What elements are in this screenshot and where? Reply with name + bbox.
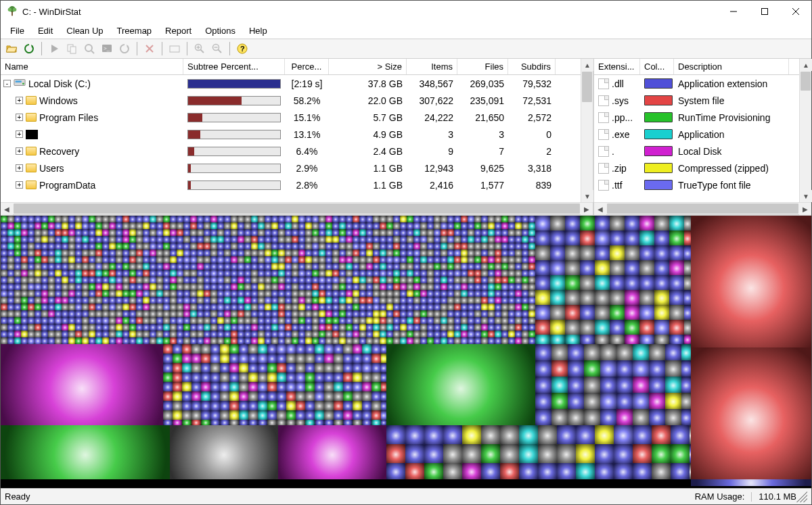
treemap-block[interactable] (454, 331, 461, 337)
treemap-block[interactable] (265, 324, 271, 331)
treemap-block[interactable] (461, 337, 468, 344)
treemap-block[interactable] (332, 256, 339, 263)
menu-treemap[interactable]: Treemap (110, 24, 159, 37)
treemap-block[interactable] (1, 297, 7, 304)
treemap-block[interactable] (251, 283, 258, 290)
treemap-block[interactable] (21, 249, 28, 256)
treemap-block[interactable] (204, 331, 210, 337)
treemap-block[interactable] (122, 310, 129, 317)
treemap-block[interactable] (150, 297, 156, 304)
treemap-block[interactable] (495, 283, 501, 290)
treemap-block[interactable] (89, 337, 95, 344)
treemap-block[interactable] (183, 270, 190, 276)
scroll-thumb[interactable] (14, 203, 580, 214)
treemap-block[interactable] (82, 270, 89, 276)
treemap-block[interactable] (565, 260, 580, 275)
treemap-block[interactable] (239, 382, 248, 391)
treemap-block[interactable] (353, 401, 362, 410)
treemap-block[interactable] (353, 354, 362, 363)
treemap-block[interactable] (258, 263, 265, 270)
treemap-block[interactable] (427, 337, 434, 344)
scroll-left-icon[interactable]: ◀ (594, 203, 606, 215)
treemap-block[interactable] (474, 229, 481, 236)
treemap-block[interactable] (238, 270, 244, 276)
treemap-block[interactable] (386, 344, 535, 425)
treemap-block[interactable] (116, 331, 122, 337)
treemap-block[interactable] (371, 354, 381, 363)
treemap-block[interactable] (481, 425, 500, 444)
treemap-block[interactable] (413, 283, 420, 290)
treemap-block[interactable] (129, 331, 136, 337)
treemap-block[interactable] (407, 263, 413, 270)
treemap-block[interactable] (441, 297, 447, 304)
treemap-block[interactable] (690, 425, 691, 444)
treemap-block[interactable] (55, 249, 62, 256)
treemap-block[interactable] (359, 243, 366, 249)
treemap-block[interactable] (373, 236, 380, 243)
tree-row[interactable]: + ProgramData 2.8% 1.1 GB 2,416 1,577 83… (1, 176, 581, 193)
treemap-block[interactable] (35, 243, 41, 249)
treemap-block[interactable] (413, 317, 420, 324)
treemap-block[interactable] (501, 229, 508, 236)
treemap-block[interactable] (353, 382, 362, 391)
treemap-block[interactable] (224, 249, 231, 256)
treemap-block[interactable] (312, 256, 319, 263)
treemap-block[interactable] (481, 229, 488, 236)
treemap-block[interactable] (420, 216, 427, 222)
treemap-block[interactable] (150, 216, 156, 222)
treemap-block[interactable] (190, 249, 197, 256)
treemap-block[interactable] (305, 372, 315, 382)
treemap-block[interactable] (454, 324, 461, 331)
treemap-block[interactable] (468, 222, 474, 229)
treemap-block[interactable] (501, 337, 508, 344)
treemap-block[interactable] (380, 229, 386, 236)
treemap-block[interactable] (488, 270, 495, 276)
treemap-block[interactable] (319, 290, 325, 297)
treemap-block[interactable] (495, 236, 501, 243)
treemap-block[interactable] (312, 310, 319, 317)
treemap-block[interactable] (95, 304, 102, 310)
treemap-block[interactable] (68, 324, 75, 331)
treemap-block[interactable] (407, 283, 413, 290)
treemap-block[interactable] (296, 372, 305, 382)
treemap-block[interactable] (210, 331, 217, 337)
treemap-block[interactable] (353, 420, 362, 425)
treemap-block[interactable] (568, 377, 584, 393)
treemap-block[interactable] (535, 245, 550, 260)
treemap-block[interactable] (116, 263, 122, 270)
treemap-block[interactable] (116, 304, 122, 310)
treemap-block[interactable] (684, 231, 691, 245)
treemap-block[interactable] (136, 249, 143, 256)
treemap-block[interactable] (143, 236, 150, 243)
treemap-block[interactable] (315, 401, 324, 410)
treemap-block[interactable] (182, 401, 191, 410)
treemap-block[interactable] (407, 337, 413, 344)
treemap-block[interactable] (55, 270, 62, 276)
treemap-block[interactable] (654, 216, 669, 231)
treemap-block[interactable] (238, 243, 244, 249)
treemap-block[interactable] (380, 236, 386, 243)
treemap-block[interactable] (271, 229, 278, 236)
treemap-block[interactable] (353, 304, 359, 310)
treemap-block[interactable] (610, 216, 625, 231)
treemap-block[interactable] (633, 425, 652, 444)
treemap-block[interactable] (7, 276, 14, 283)
treemap-block[interactable] (163, 283, 170, 290)
treemap-block[interactable] (258, 344, 267, 354)
treemap-block[interactable] (353, 283, 359, 290)
treemap-block[interactable] (102, 236, 109, 243)
treemap-block[interactable] (156, 243, 163, 249)
treemap-block[interactable] (393, 249, 400, 256)
treemap-block[interactable] (393, 243, 400, 249)
treemap-block[interactable] (271, 249, 278, 256)
treemap-block[interactable] (48, 222, 55, 229)
treemap-block[interactable] (339, 256, 346, 263)
treemap-block[interactable] (150, 236, 156, 243)
treemap-block[interactable] (332, 229, 339, 236)
treemap-block[interactable] (170, 222, 177, 229)
treemap-block[interactable] (231, 222, 238, 229)
treemap-block[interactable] (292, 324, 298, 331)
treemap-block[interactable] (62, 304, 68, 310)
treemap-block[interactable] (353, 363, 362, 372)
treemap-block[interactable] (267, 344, 277, 354)
